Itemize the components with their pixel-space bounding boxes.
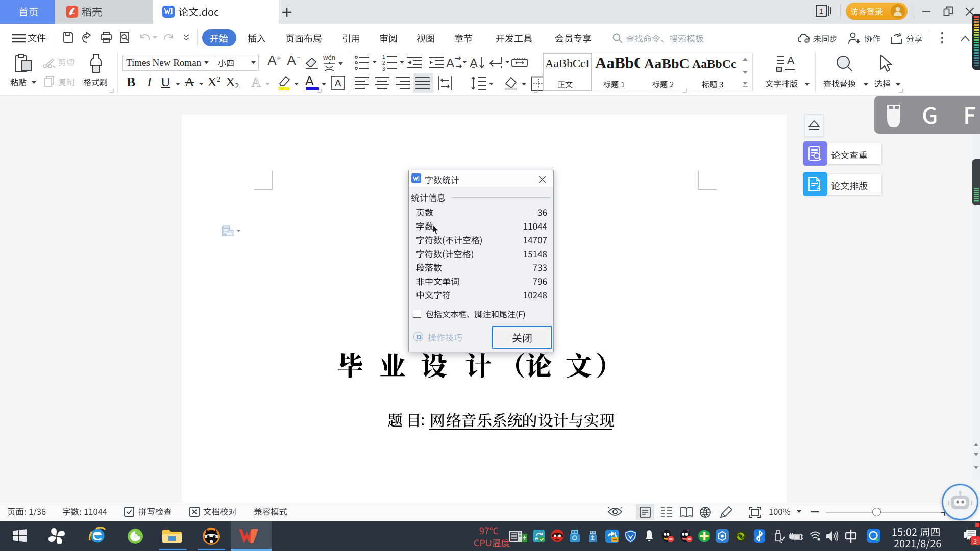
svg-text:1: 1 [819,7,823,15]
svg-text:A: A [787,55,795,67]
svg-text:3: 3 [382,66,385,71]
svg-text:1: 1 [382,54,385,60]
svg-text:2: 2 [382,60,385,66]
svg-text:wén: wén [323,54,335,61]
svg-text:A: A [446,56,454,70]
svg-text:A: A [470,56,478,70]
svg-text:A: A [335,78,341,88]
svg-text:A: A [817,185,821,191]
